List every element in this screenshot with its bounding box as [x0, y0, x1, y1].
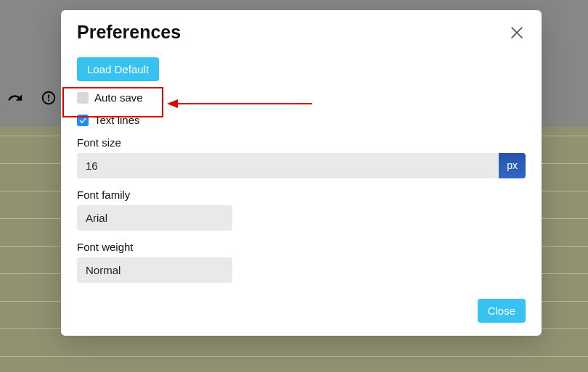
close-icon[interactable] — [508, 24, 526, 41]
autosave-checkbox[interactable] — [77, 92, 89, 104]
font-family-label: Font family — [77, 189, 526, 201]
modal-header: Preferences — [77, 22, 526, 43]
font-weight-input[interactable] — [77, 257, 232, 283]
font-family-input[interactable] — [77, 205, 232, 231]
textlines-checkbox[interactable] — [77, 115, 89, 126]
font-size-input[interactable] — [77, 153, 499, 178]
autosave-label: Auto save — [94, 91, 143, 104]
font-size-group: px — [77, 153, 526, 178]
modal-footer: Close — [77, 299, 526, 323]
font-size-label: Font size — [77, 136, 526, 149]
load-default-button[interactable]: Load Default — [77, 57, 159, 81]
font-weight-label: Font weight — [77, 241, 526, 253]
close-button[interactable]: Close — [478, 299, 526, 323]
textlines-option[interactable]: Text lines — [77, 114, 526, 126]
autosave-option[interactable]: Auto save — [77, 91, 526, 104]
font-size-unit: px — [499, 153, 526, 178]
preferences-modal: Preferences Load Default Auto save Text … — [61, 10, 542, 336]
textlines-label: Text lines — [94, 114, 140, 126]
modal-title: Preferences — [77, 22, 181, 43]
